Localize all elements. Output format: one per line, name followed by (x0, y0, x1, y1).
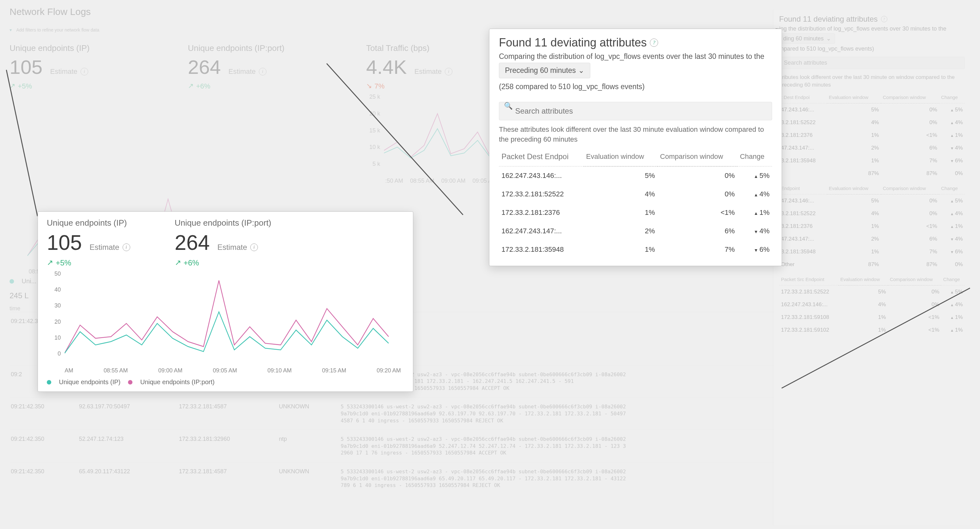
help-icon[interactable]: ? (881, 16, 887, 22)
attr-table-dest: Packet Dest Endpoi Evaluation window Com… (499, 147, 772, 259)
compare-window-dropdown[interactable]: ding 60 minutes ⌄ (779, 33, 835, 44)
callout-deviating-zoom: Found 11 deviating attributes ? Comparin… (489, 29, 782, 266)
legend-dot-icon (10, 279, 14, 284)
arrow-up-icon: ↗ (188, 82, 194, 90)
table-row[interactable]: 3.2.181:359481%7%6% (779, 245, 965, 258)
table-row[interactable]: Other87%87%0% (779, 258, 965, 271)
table-row[interactable]: 172.33.2.181:359481%7%6% (499, 240, 772, 259)
deviating-panel: Found 11 deviating attributes ? ing the … (773, 10, 970, 525)
table-row[interactable]: 172.33.2.181:23761%<1%1% (499, 203, 772, 222)
info-icon[interactable]: i (250, 243, 258, 251)
info-icon[interactable]: i (81, 68, 88, 75)
kpi-delta: ↗ +6% (188, 82, 347, 91)
info-icon[interactable]: i (123, 243, 130, 251)
deviating-title: Found 11 deviating attributes (779, 14, 878, 24)
table-row[interactable]: 47.243.147:...2%6%4% (779, 233, 965, 245)
kpi-value: 105 (10, 56, 42, 78)
table-row[interactable]: 172.33.2.181:525224%0%4% (499, 185, 772, 203)
table-row[interactable]: 87%87%0% (779, 167, 965, 180)
search-icon: 🔍 (504, 102, 512, 110)
attr-table-dest-1: t Dest Endpoi Evaluation window Comparis… (779, 91, 965, 180)
table-row[interactable]: 47.243.146:...5%0%5% (779, 103, 965, 116)
info-icon[interactable]: i (259, 68, 266, 75)
y-axis: 25 k 20 k 15 k 10 k 5 k (366, 94, 382, 167)
legend-dot-icon (128, 380, 132, 384)
legend-label: Unique endpoints (IP:port) (140, 378, 214, 386)
info-icon[interactable]: i (445, 68, 452, 75)
compare-window-dropdown[interactable]: Preceding 60 minutes ⌄ (499, 63, 590, 78)
kpi-value: 264 (188, 56, 221, 78)
kpi-value: 264 (175, 230, 210, 255)
events-count: mpared to 510 log_vpc_flows events) (779, 46, 965, 52)
table-row[interactable]: 162.247.243.146:...4%0%4% (779, 298, 965, 311)
arrow-up-icon: ↗ (175, 258, 181, 267)
table-row[interactable]: 3.2.181:23761%<1%1% (779, 220, 965, 233)
filter-icon: ▾ (10, 27, 12, 32)
kpi-label: Unique endpoints (IP:port) (175, 218, 272, 228)
table-row[interactable]: 47.243.147:...2%6%4% (779, 141, 965, 154)
table-row[interactable]: 3.2.181:23761%<1%1% (779, 129, 965, 141)
attr-table-dest-2: Endpoint Evaluation window Comparison wi… (779, 183, 965, 271)
table-row[interactable]: 162.247.243.146:...5%0%5% (499, 166, 772, 185)
table-row[interactable]: 47.243.146:...5%0%5% (779, 194, 965, 207)
compare-text: Comparing the distribution of log_vpc_fl… (499, 51, 772, 62)
kpi-estimate-label: Estimate (228, 67, 256, 76)
kpi-label: Unique endpoints (IP:port) (188, 43, 347, 53)
table-row[interactable]: 172.33.2.181:591021%<1%1% (779, 324, 965, 337)
search-attributes-input[interactable] (779, 57, 965, 69)
table-row[interactable]: 3.2.181:525224%0%4% (779, 116, 965, 129)
kpi-delta: ↗ +5% (10, 82, 169, 91)
kpi-label: Unique endpoints (IP) (10, 43, 169, 53)
kpi-estimate-label: Estimate (50, 67, 77, 76)
kpi-label: Unique endpoints (IP) (47, 218, 130, 228)
kpi-value: 4.4K (366, 56, 407, 78)
legend-label: Unique endpoints (IP) (59, 378, 120, 386)
arrow-up-icon: ↗ (47, 258, 53, 267)
kpi-unique-ip: Unique endpoints (IP) 105 Estimate i ↗ +… (10, 43, 169, 184)
chevron-down-icon: ⌄ (578, 66, 584, 75)
table-row[interactable]: 3.2.181:359481%7%6% (779, 154, 965, 167)
deviating-note: These attributes look different over the… (499, 125, 772, 145)
legend-dot-icon (47, 380, 51, 384)
table-row[interactable]: 172.33.2.181:591081%<1%1% (779, 311, 965, 324)
table-row[interactable]: 3.2.181:525224%0%4% (779, 207, 965, 220)
kpi-value: 105 (47, 230, 82, 255)
filter-placeholder: Add filters to refine your network flow … (16, 27, 99, 32)
callout-endpoints-zoom: Unique endpoints (IP) 105 Estimate i ↗ +… (38, 211, 413, 392)
help-icon[interactable]: ? (650, 38, 658, 47)
endpoints-chart-zoom (65, 270, 404, 356)
arrow-down-icon: ↘ (366, 82, 372, 90)
table-row[interactable]: 162.247.243.147:...2%6%4% (499, 222, 772, 240)
search-attributes-input[interactable] (499, 102, 772, 120)
deviating-title: Found 11 deviating attributes (499, 36, 647, 49)
table-row[interactable]: 172.33.2.181:525225%0%5% (779, 285, 965, 298)
events-count: (258 compared to 510 log_vpc_flows event… (499, 81, 772, 92)
kpi-estimate-label: Estimate (415, 67, 442, 76)
y-axis: 50 40 30 20 10 0 (47, 270, 63, 357)
chevron-down-icon: ⌄ (826, 35, 831, 42)
compare-text: ing the distribution of log_vpc_flows ev… (779, 25, 965, 32)
deviating-note: ttributes look different over the last 3… (779, 73, 965, 89)
kpi-unique-ipport: Unique endpoints (IP:port) 264 Estimate … (188, 43, 347, 184)
